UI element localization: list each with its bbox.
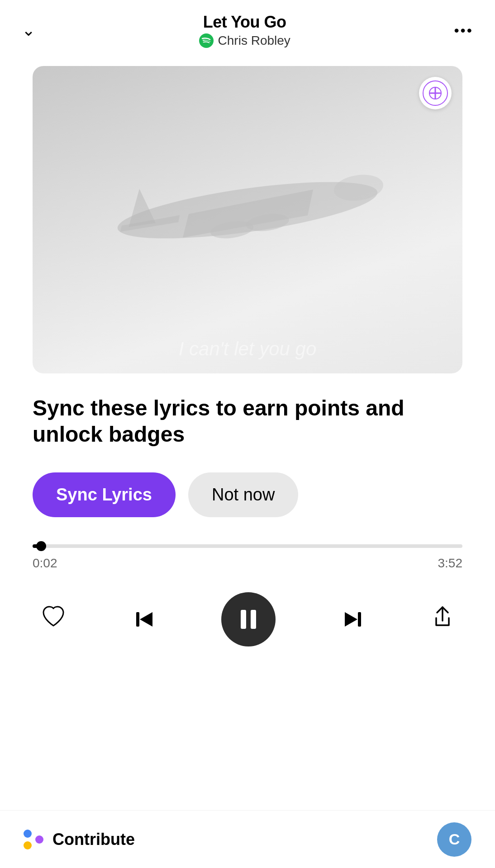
sync-prompt: Sync these lyrics to earn points and unl… <box>0 373 495 517</box>
plus-badge[interactable] <box>419 77 452 109</box>
pause-bar-left <box>241 610 246 629</box>
svg-marker-12 <box>345 612 357 627</box>
total-time: 3:52 <box>438 556 463 571</box>
chevron-down-icon[interactable]: ⌄ <box>22 21 35 40</box>
svg-marker-10 <box>140 612 152 627</box>
contribute-left[interactable]: Contribute <box>24 830 135 849</box>
progress-bar[interactable] <box>33 544 462 548</box>
lyrics-preview: I can't let you go <box>33 338 462 360</box>
pause-icon <box>241 610 256 629</box>
artist-name: Chris Robley <box>218 33 290 48</box>
like-button[interactable] <box>40 603 67 636</box>
share-button[interactable] <box>430 604 455 635</box>
dot-blue <box>24 830 32 838</box>
progress-thumb[interactable] <box>36 541 46 551</box>
svg-point-0 <box>199 33 214 48</box>
album-art: I can't let you go <box>33 66 462 373</box>
previous-button[interactable] <box>131 606 158 633</box>
contribute-dots-icon <box>24 830 43 849</box>
plus-badge-icon <box>423 80 448 106</box>
player-section: 0:02 3:52 <box>0 517 495 646</box>
pause-button[interactable] <box>221 592 276 646</box>
time-labels: 0:02 3:52 <box>33 556 462 571</box>
next-button[interactable] <box>339 606 366 633</box>
dot-purple <box>35 835 43 844</box>
album-art-image <box>89 115 406 305</box>
header-center: Let You Go Chris Robley <box>35 13 454 48</box>
pause-bar-right <box>251 610 256 629</box>
header-artist: Chris Robley <box>199 33 290 48</box>
sync-buttons: Sync Lyrics Not now <box>33 472 462 517</box>
sync-prompt-title: Sync these lyrics to earn points and unl… <box>33 395 462 447</box>
header: ⌄ Let You Go Chris Robley ••• <box>0 0 495 57</box>
svg-rect-11 <box>358 612 361 627</box>
spotify-icon <box>199 33 214 48</box>
sync-lyrics-button[interactable]: Sync Lyrics <box>33 472 176 517</box>
svg-rect-9 <box>136 612 139 627</box>
contribute-label: Contribute <box>52 830 135 849</box>
current-time: 0:02 <box>33 556 57 571</box>
bottom-bar: Contribute C <box>0 810 495 868</box>
dot-yellow <box>24 841 32 849</box>
user-avatar[interactable]: C <box>437 822 471 857</box>
playback-controls <box>33 592 462 646</box>
song-title: Let You Go <box>203 13 286 32</box>
not-now-button[interactable]: Not now <box>188 472 298 517</box>
more-options-icon[interactable]: ••• <box>454 22 473 39</box>
